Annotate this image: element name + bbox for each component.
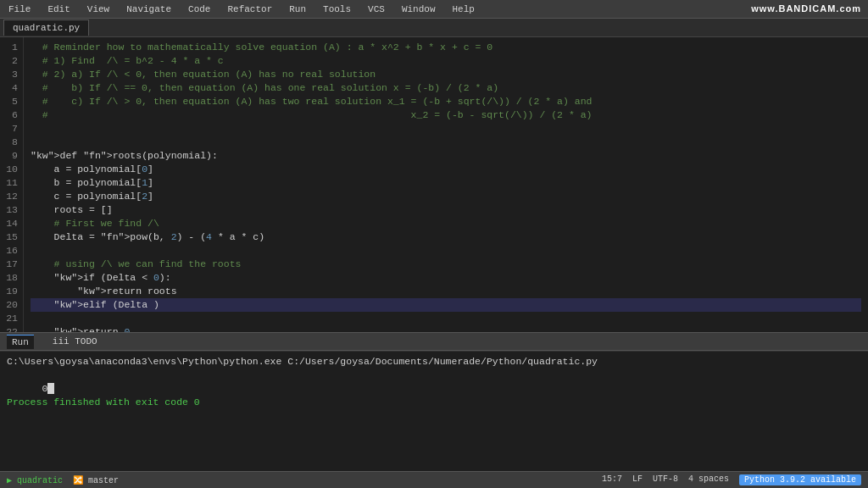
line-number: 19 — [3, 285, 18, 298]
line-number: 13 — [3, 203, 18, 217]
menu-tools[interactable]: Tools — [320, 3, 354, 16]
status-position: 15:7 — [602, 474, 622, 485]
status-python[interactable]: Python 3.9.2 available — [739, 474, 861, 485]
tab-todo[interactable]: iii TODO — [47, 335, 103, 348]
code-line: # First we find /\ — [31, 217, 861, 230]
code-line: # 1) Find /\ = b^2 - 4 * a * c — [31, 54, 861, 68]
tab-run[interactable]: Run — [7, 335, 34, 349]
menu-run[interactable]: Run — [286, 3, 309, 16]
code-line: # c) If /\ > 0, then equation (A) has tw… — [31, 95, 861, 108]
code-line: # 2) a) If /\ < 0, then equation (A) has… — [31, 68, 861, 81]
terminal-empty1 — [7, 382, 861, 396]
code-line: b = polynomial[1] — [31, 176, 861, 190]
terminal-command: C:\Users\goysa\anaconda3\envs\Python\pyt… — [7, 355, 861, 369]
code-line: # Reminder how to mathematically solve e… — [31, 41, 861, 54]
line-number: 12 — [3, 190, 18, 203]
status-right: 15:7 LF UTF-8 4 spaces Python 3.9.2 avai… — [602, 474, 861, 485]
terminal-exit: Process finished with exit code 0 — [7, 396, 861, 409]
line-number: 1 — [3, 41, 18, 54]
line-number: 3 — [3, 68, 18, 81]
status-lf: LF — [632, 474, 643, 485]
code-line: a = polynomial[0] — [31, 163, 861, 176]
code-content-area[interactable]: # Reminder how to mathematically solve e… — [24, 37, 868, 332]
code-line: # b) If /\ == 0, then equation (A) has o… — [31, 81, 861, 95]
separator-bar: Run iii TODO — [0, 332, 868, 351]
menu-edit[interactable]: Edit — [44, 3, 73, 16]
code-line: "kw">return 0 — [31, 325, 861, 332]
line-number: 8 — [3, 136, 18, 149]
status-encoding: UTF-8 — [653, 474, 678, 485]
line-number: 17 — [3, 258, 18, 271]
menu-refactor[interactable]: Refactor — [224, 3, 275, 16]
terminal-area: C:\Users\goysa\anaconda3\envs\Python\pyt… — [0, 351, 868, 469]
code-line: c = polynomial[2] — [31, 190, 861, 203]
code-line: Delta = "fn">pow(b, 2) - (4 * a * c) — [31, 230, 861, 244]
line-number: 16 — [3, 244, 18, 258]
line-number: 18 — [3, 271, 18, 285]
menu-file[interactable]: File — [5, 3, 34, 16]
status-bar: ▶ quadratic 🔀 master 15:7 LF UTF-8 4 spa… — [0, 471, 868, 488]
code-line — [31, 136, 861, 149]
bandicam-watermark: www.BANDICAM.com — [751, 3, 861, 14]
status-run-indicator: ▶ quadratic — [7, 475, 63, 485]
code-editor: 1234567891011121314151617181920212223242… — [0, 37, 868, 332]
code-line — [31, 122, 861, 136]
status-git: 🔀 master — [73, 475, 119, 485]
code-line: # using /\ we can find the roots — [31, 258, 861, 271]
line-number: 15 — [3, 230, 18, 244]
line-number: 20 — [3, 298, 18, 312]
menu-navigate[interactable]: Navigate — [123, 3, 175, 16]
line-number: 2 — [3, 54, 18, 68]
line-number: 6 — [3, 108, 18, 122]
code-line: "kw">return roots — [31, 285, 861, 298]
code-line: "kw">elif (Delta ) — [31, 298, 861, 312]
line-number: 5 — [3, 95, 18, 108]
code-line: roots = [] — [31, 203, 861, 217]
terminal-output: 0 — [7, 369, 861, 382]
line-number: 14 — [3, 217, 18, 230]
code-line: "kw">if (Delta < 0): — [31, 271, 861, 285]
line-number: 22 — [3, 325, 18, 332]
menu-bar: File Edit View Navigate Code Refactor Ru… — [0, 0, 868, 19]
line-number: 21 — [3, 312, 18, 325]
code-line: "kw">def "fn">roots(polynomial): — [31, 149, 861, 163]
code-line — [31, 244, 861, 258]
menu-help[interactable]: Help — [449, 3, 478, 16]
menu-code[interactable]: Code — [185, 3, 214, 16]
line-numbers: 1234567891011121314151617181920212223242… — [0, 37, 24, 332]
status-left: ▶ quadratic 🔀 master — [7, 475, 119, 485]
line-number: 10 — [3, 163, 18, 176]
line-number: 7 — [3, 122, 18, 136]
code-line: # x_2 = (-b - sqrt(/\)) / (2 * a) — [31, 108, 861, 122]
tab-quadratic[interactable]: quadratic.py — [3, 19, 89, 36]
menu-view[interactable]: View — [84, 3, 113, 16]
line-number: 9 — [3, 149, 18, 163]
tab-bar: quadratic.py — [0, 19, 868, 37]
menu-window[interactable]: Window — [398, 3, 439, 16]
status-indent: 4 spaces — [688, 474, 729, 485]
line-number: 11 — [3, 176, 18, 190]
menu-vcs[interactable]: VCS — [364, 3, 388, 16]
code-line — [31, 312, 861, 325]
line-number: 4 — [3, 81, 18, 95]
